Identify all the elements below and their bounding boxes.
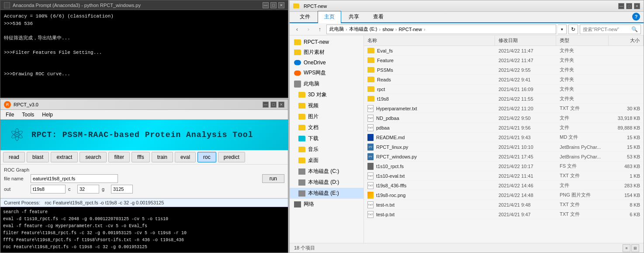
sidebar-wps[interactable]: WPS网盘 bbox=[290, 67, 364, 78]
file-type: 文件 bbox=[556, 182, 609, 189]
btn-filter[interactable]: filter bbox=[108, 152, 130, 162]
btn-search[interactable]: search bbox=[80, 152, 107, 162]
refresh-button[interactable]: ↻ bbox=[568, 25, 578, 34]
menu-file[interactable]: File bbox=[2, 111, 17, 119]
file-row[interactable]: t1s10_rpct.fs 2021/4/22 10:17 FS 文件 483 … bbox=[364, 162, 644, 171]
address-path[interactable]: 此电脑 › 本地磁盘 (E:) › show › RPCT-new › bbox=[326, 25, 556, 34]
terminal-maximize[interactable]: □ bbox=[270, 2, 277, 8]
sidebar-drive-c[interactable]: 本地磁盘 (C:) bbox=[290, 166, 364, 177]
view-large-icons[interactable]: ⊞ bbox=[631, 244, 639, 252]
col-header-name[interactable]: 名称 bbox=[364, 35, 495, 46]
path-computer[interactable]: 此电脑 bbox=[329, 26, 344, 32]
btn-roc[interactable]: roc bbox=[197, 152, 216, 162]
sidebar-downloads[interactable]: 下载 bbox=[290, 133, 364, 144]
btn-eval[interactable]: eval bbox=[175, 152, 196, 162]
btn-fffs[interactable]: fffs bbox=[132, 152, 150, 162]
run-button[interactable]: run bbox=[262, 174, 284, 183]
explorer-close[interactable]: ✕ bbox=[634, 3, 640, 9]
btn-predict[interactable]: predict bbox=[218, 152, 245, 162]
file-name-text: t19s8-roc.png bbox=[376, 193, 405, 198]
file-size: 30 KB bbox=[609, 106, 644, 111]
out-input[interactable] bbox=[31, 185, 66, 193]
nav-back[interactable]: ‹ bbox=[292, 25, 302, 34]
btn-train[interactable]: train bbox=[152, 152, 173, 162]
file-name-text: pdbaa bbox=[376, 125, 390, 130]
view-details[interactable]: ≡ bbox=[623, 244, 630, 252]
nav-up[interactable]: ↑ bbox=[315, 25, 325, 34]
tab-share[interactable]: 共享 bbox=[342, 11, 366, 22]
help-button[interactable]: ? bbox=[632, 13, 640, 21]
sidebar-thispc[interactable]: 此电脑 bbox=[290, 78, 364, 89]
log-line-1: search -f feature bbox=[3, 209, 285, 216]
file-row[interactable]: PY RPCT_linux.py 2021/4/21 10:10 JetBrai… bbox=[364, 142, 644, 152]
file-row[interactable]: TXT pdbaa 2021/4/21 9:56 文件 89,888 KB bbox=[364, 123, 644, 133]
rpct-controls: — □ ✕ bbox=[263, 102, 284, 108]
file-input[interactable] bbox=[31, 174, 118, 183]
terminal-close[interactable]: ✕ bbox=[278, 2, 284, 8]
file-row[interactable]: TXT ND_pdbaa 2021/4/22 9:50 文件 33,918 KB bbox=[364, 113, 644, 123]
rpct-maximize[interactable]: □ bbox=[270, 102, 277, 108]
c-input[interactable] bbox=[77, 185, 99, 193]
terminal-minimize[interactable]: — bbox=[263, 2, 269, 8]
file-row[interactable]: TXT Hyperparameter.txt 2021/4/22 11:20 T… bbox=[364, 104, 644, 113]
path-drive[interactable]: 本地磁盘 (E:) bbox=[349, 26, 377, 32]
sidebar-desktop[interactable]: 桌面 bbox=[290, 155, 364, 166]
file-row[interactable]: TXT test-n.txt 2021/4/21 9:48 TXT 文件 8 K… bbox=[364, 200, 644, 210]
btn-blast[interactable]: blast bbox=[27, 152, 49, 162]
tab-home[interactable]: 主页 bbox=[318, 11, 341, 23]
btn-extract[interactable]: extract bbox=[51, 152, 78, 162]
pc-icon bbox=[294, 81, 301, 88]
explorer-title-icons bbox=[293, 4, 299, 8]
file-row[interactable]: t19s8-roc.png 2021/4/22 14:48 PNG 图片文件 1… bbox=[364, 190, 644, 200]
address-dropdown[interactable]: ▾ bbox=[558, 25, 567, 34]
path-sep-1: › bbox=[346, 27, 347, 32]
sidebar-onedrive[interactable]: OneDrive bbox=[290, 58, 364, 67]
menu-tools[interactable]: Tools bbox=[18, 111, 38, 119]
sidebar-music[interactable]: 音乐 bbox=[290, 144, 364, 155]
file-row[interactable]: PY RPCT_windows.py 2021/4/21 17:45 JetBr… bbox=[364, 152, 644, 162]
file-row[interactable]: t19s8 2021/4/22 11:55 文件夹 bbox=[364, 94, 644, 104]
rpct-close[interactable]: ✕ bbox=[278, 102, 284, 108]
col-header-date[interactable]: 修改日期 bbox=[495, 35, 556, 46]
sidebar-drive-e[interactable]: 本地磁盘 (E:) bbox=[290, 188, 364, 199]
file-row[interactable]: TXT test-p.txt 2021/4/21 9:47 TXT 文件 6 K… bbox=[364, 210, 644, 219]
rpct-minimize[interactable]: — bbox=[263, 102, 269, 108]
file-row[interactable]: README.md 2021/4/21 9:43 MD 文件 15 KB bbox=[364, 133, 644, 142]
file-row[interactable]: PSSMs 2021/4/22 9:55 文件夹 bbox=[364, 65, 644, 75]
file-row[interactable]: TXT t1s10-eval.txt 2021/4/22 11:41 TXT 文… bbox=[364, 171, 644, 181]
col-header-type[interactable]: 类型 bbox=[556, 35, 609, 46]
tab-file[interactable]: 文件 bbox=[293, 11, 317, 22]
sidebar-rpct-new[interactable]: RPCT-new bbox=[290, 37, 364, 47]
tab-view[interactable]: 查看 bbox=[367, 11, 390, 22]
search-input[interactable] bbox=[583, 27, 630, 32]
col-header-size[interactable]: 大小 bbox=[609, 35, 644, 46]
explorer-maximize[interactable]: □ bbox=[626, 3, 632, 9]
explorer-main: 名称 修改日期 类型 大小 Eval_fs 2021/4/22 11:47 文件… bbox=[364, 35, 644, 243]
file-name: Eval_fs bbox=[364, 48, 495, 53]
sidebar-images[interactable]: 图片 bbox=[290, 111, 364, 122]
file-row[interactable]: TXT t19s8_436-fffs 2021/4/22 14:46 文件 28… bbox=[364, 181, 644, 190]
md-icon bbox=[367, 134, 374, 141]
sidebar-video[interactable]: 视频 bbox=[290, 100, 364, 111]
g-input[interactable] bbox=[111, 185, 133, 193]
sidebar-folder-icon bbox=[298, 147, 305, 152]
file-row[interactable]: Feature 2021/4/22 11:47 文件夹 bbox=[364, 56, 644, 65]
explorer-minimize[interactable]: — bbox=[618, 3, 624, 9]
file-row[interactable]: Reads 2021/4/22 9:41 文件夹 bbox=[364, 75, 644, 84]
menu-help[interactable]: Help bbox=[38, 111, 56, 119]
sidebar-network[interactable]: 网络 bbox=[290, 199, 364, 210]
path-show[interactable]: show bbox=[382, 27, 394, 32]
path-rpct-new[interactable]: RPCT-new bbox=[398, 27, 422, 32]
sidebar-3d[interactable]: 3D 对象 bbox=[290, 89, 364, 100]
file-row[interactable]: Eval_fs 2021/4/22 11:47 文件夹 bbox=[364, 46, 644, 56]
sidebar-drive-d[interactable]: 本地磁盘 (D:) bbox=[290, 177, 364, 188]
btn-read[interactable]: read bbox=[3, 152, 25, 162]
file-row[interactable]: rpct 2021/4/21 16:09 文件夹 bbox=[364, 84, 644, 94]
file-size: 15 KB bbox=[609, 144, 644, 150]
file-name-text: Hyperparameter.txt bbox=[376, 106, 417, 111]
nav-forward[interactable]: › bbox=[304, 25, 313, 34]
terminal-line-5 bbox=[4, 42, 284, 49]
drive-icon bbox=[298, 190, 305, 197]
sidebar-pictures[interactable]: 图片素材 bbox=[290, 47, 364, 58]
sidebar-docs[interactable]: 文档 bbox=[290, 122, 364, 133]
